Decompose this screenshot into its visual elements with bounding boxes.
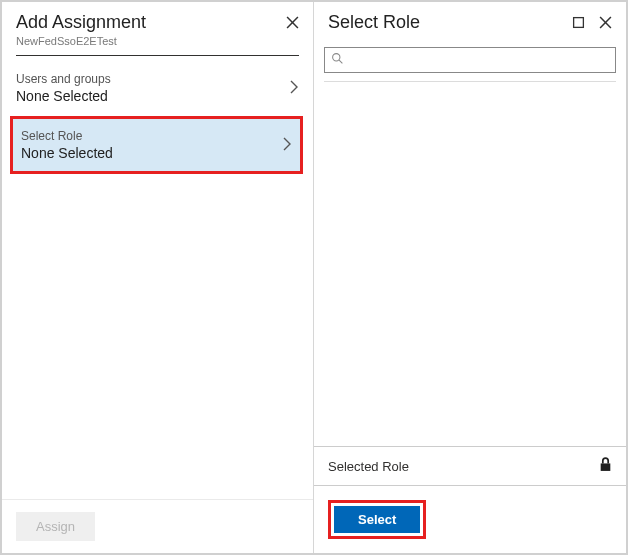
svg-line-2 [339,60,342,63]
add-assignment-footer: Assign [2,499,313,553]
select-role-footer: Select [314,486,626,553]
assign-button[interactable]: Assign [16,512,95,541]
add-assignment-title: Add Assignment [16,12,146,33]
select-role-title: Select Role [328,12,420,33]
search-wrap [314,41,626,88]
close-icon[interactable] [599,16,612,31]
lock-icon [599,457,612,475]
select-role-value: None Selected [21,145,113,161]
select-role-panel: Select Role Selec [314,2,626,553]
search-input[interactable] [350,53,609,68]
select-button-highlight: Select [328,500,426,539]
dialog-container: Add Assignment NewFedSsoE2ETest Users an… [0,0,628,555]
chevron-right-icon [289,80,299,97]
users-and-groups-row[interactable]: Users and groups None Selected [2,62,313,114]
svg-point-1 [333,54,340,61]
header-divider [16,55,299,56]
add-assignment-panel: Add Assignment NewFedSsoE2ETest Users an… [2,2,314,553]
add-assignment-header: Add Assignment NewFedSsoE2ETest [2,2,313,55]
selected-role-block: Selected Role [314,446,626,486]
svg-rect-0 [574,18,584,28]
select-role-row[interactable]: Select Role None Selected [10,116,303,174]
svg-rect-3 [601,463,611,471]
select-role-header: Select Role [314,2,626,41]
chevron-right-icon [282,137,292,154]
pin-icon[interactable] [572,16,585,31]
add-assignment-subtitle: NewFedSsoE2ETest [16,35,146,47]
close-icon[interactable] [286,16,299,31]
search-divider [324,81,616,82]
search-box[interactable] [324,47,616,73]
search-icon [331,52,344,68]
users-and-groups-label: Users and groups [16,72,111,86]
add-assignment-body: Users and groups None Selected Select Ro… [2,62,313,499]
role-list-empty [314,88,626,446]
select-role-body: Selected Role [314,88,626,486]
select-button[interactable]: Select [334,506,420,533]
selected-role-label: Selected Role [328,459,409,474]
select-role-label: Select Role [21,129,113,143]
users-and-groups-value: None Selected [16,88,111,104]
